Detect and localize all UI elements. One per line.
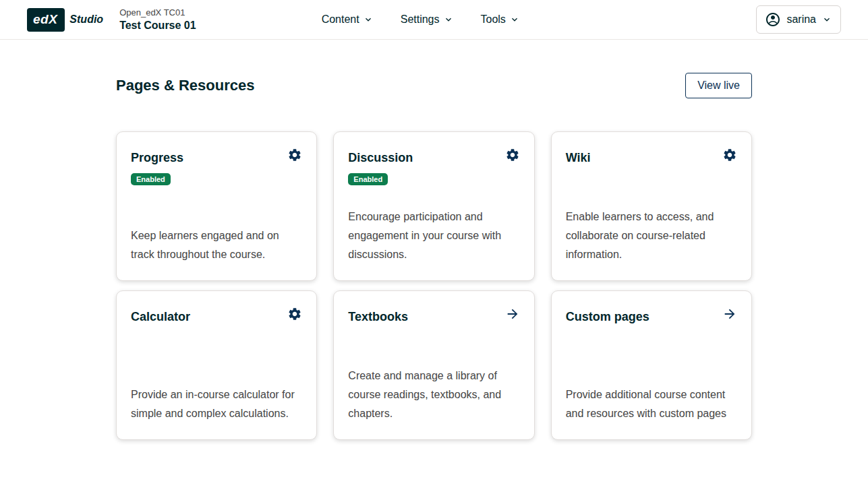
card-textbooks[interactable]: Textbooks Create and manage a library of… — [333, 290, 534, 440]
course-org: Open_edX TC01 — [119, 7, 196, 18]
gear-icon[interactable] — [287, 307, 302, 321]
gear-icon[interactable] — [287, 148, 302, 162]
arrow-right-icon[interactable] — [505, 307, 520, 321]
nav-tools-label: Tools — [481, 13, 506, 26]
nav-settings-label: Settings — [401, 13, 440, 26]
card-header: Wiki — [566, 148, 737, 165]
card-header: Discussion — [348, 148, 519, 165]
edx-studio-logo[interactable]: edX Studio — [27, 8, 103, 32]
card-description: Provide additional course content and re… — [566, 385, 737, 423]
main-nav: Content Settings Tools — [322, 13, 520, 26]
card-description: Create and manage a library of course re… — [348, 367, 519, 423]
card-wiki[interactable]: Wiki Enable learners to access, and coll… — [551, 131, 752, 281]
edx-logo-mark: edX — [27, 8, 65, 32]
chevron-down-icon — [821, 14, 832, 25]
card-progress[interactable]: Progress Enabled Keep learners engaged a… — [116, 131, 317, 281]
gear-icon[interactable] — [722, 148, 737, 162]
card-description: Encourage participation and engagement i… — [348, 208, 519, 264]
card-calculator[interactable]: Calculator Provide an in-course calculat… — [116, 290, 317, 440]
page-title: Pages & Resources — [116, 77, 254, 94]
card-title: Textbooks — [348, 307, 408, 324]
page-header: Pages & Resources View live — [116, 73, 752, 98]
nav-tools[interactable]: Tools — [481, 13, 520, 26]
view-live-button[interactable]: View live — [685, 73, 752, 98]
avatar-icon — [765, 11, 781, 28]
course-name: Test Course 01 — [119, 18, 196, 32]
card-header: Custom pages — [566, 307, 737, 324]
chevron-down-icon — [363, 14, 374, 25]
card-title: Calculator — [131, 307, 190, 324]
gear-icon[interactable] — [505, 148, 520, 162]
app-header: edX Studio Open_edX TC01 Test Course 01 … — [0, 0, 868, 40]
nav-settings[interactable]: Settings — [401, 13, 454, 26]
chevron-down-icon — [443, 14, 454, 25]
card-header: Textbooks — [348, 307, 519, 324]
status-badge: Enabled — [131, 173, 171, 185]
studio-logo-text: Studio — [69, 13, 103, 26]
card-header: Progress — [131, 148, 302, 165]
nav-content-label: Content — [322, 13, 359, 26]
arrow-right-icon[interactable] — [722, 307, 737, 321]
card-description: Enable learners to access, and collabora… — [566, 208, 737, 264]
card-title: Discussion — [348, 148, 413, 165]
card-title: Custom pages — [566, 307, 649, 324]
card-description: Provide an in-course calculator for simp… — [131, 385, 302, 423]
card-title: Wiki — [566, 148, 591, 165]
card-title: Progress — [131, 148, 183, 165]
card-custom-pages[interactable]: Custom pages Provide additional course c… — [551, 290, 752, 440]
card-header: Calculator — [131, 307, 302, 324]
course-info[interactable]: Open_edX TC01 Test Course 01 — [119, 7, 196, 32]
chevron-down-icon — [509, 14, 520, 25]
nav-content[interactable]: Content — [322, 13, 374, 26]
user-name: sarina — [786, 13, 816, 26]
status-badge: Enabled — [348, 173, 388, 185]
user-menu-button[interactable]: sarina — [756, 5, 841, 34]
pages-resources-page: Pages & Resources View live Progress Ena… — [116, 73, 752, 440]
card-discussion[interactable]: Discussion Enabled Encourage participati… — [333, 131, 534, 281]
cards-grid: Progress Enabled Keep learners engaged a… — [116, 131, 752, 440]
card-description: Keep learners engaged and on track throu… — [131, 226, 302, 264]
